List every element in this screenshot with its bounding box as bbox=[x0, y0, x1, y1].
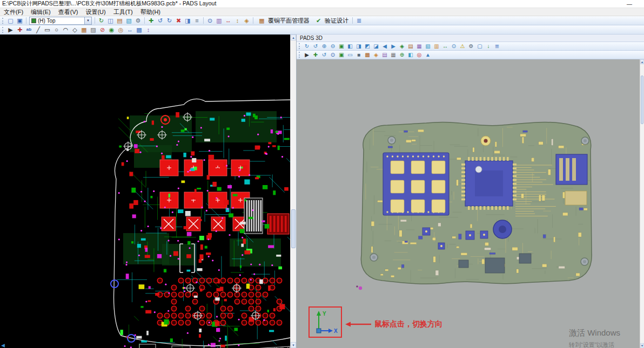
background-toggle-icon[interactable]: ◧ bbox=[406, 51, 415, 59]
grid-3d-icon[interactable]: ▦ bbox=[389, 51, 398, 59]
scroll-up-icon[interactable]: ▲ bbox=[640, 59, 644, 64]
verify-design-button[interactable]: ✔ 验证设计 bbox=[312, 17, 351, 25]
layer-dropdown[interactable]: (H) Top ▾ bbox=[29, 17, 92, 25]
properties-icon[interactable]: ≡ bbox=[192, 17, 202, 25]
new-file-icon[interactable]: ▢ bbox=[6, 17, 15, 25]
zoom-fit-icon[interactable]: ▣ bbox=[337, 43, 346, 50]
scrollbar-thumb[interactable] bbox=[641, 76, 643, 124]
scroll-up-icon[interactable]: ▲ bbox=[291, 35, 296, 40]
transparency-icon[interactable]: ▧ bbox=[424, 43, 432, 50]
settings-3d-gear-icon[interactable]: ⚙ bbox=[467, 43, 475, 50]
home-view-icon[interactable]: ▲ bbox=[424, 51, 432, 59]
undo-icon[interactable]: ↺ bbox=[156, 17, 165, 25]
zoom-in-icon[interactable]: ⊕ bbox=[320, 43, 328, 50]
menu-item-5[interactable]: 帮助(H) bbox=[137, 8, 164, 16]
scrollbar-track[interactable] bbox=[640, 64, 644, 343]
zoom-out-icon[interactable]: ⊖ bbox=[328, 43, 337, 50]
pan-3d-icon[interactable]: ✚ bbox=[311, 51, 320, 59]
spin-view-icon[interactable]: ↺ bbox=[311, 43, 320, 50]
measure-icon[interactable]: ↔ bbox=[125, 26, 135, 34]
drafting-cross-icon[interactable]: ✚ bbox=[15, 26, 24, 34]
arc-tool-icon[interactable]: ◠ bbox=[61, 26, 70, 34]
toolbar-grip[interactable] bbox=[299, 52, 300, 58]
view-right-icon[interactable]: ▶ bbox=[389, 43, 398, 50]
line-tool-icon[interactable]: ╱ bbox=[33, 26, 43, 34]
select-3d-icon[interactable]: ▶ bbox=[303, 51, 311, 59]
menu-item-2[interactable]: 查看(V) bbox=[55, 8, 82, 16]
view-back-icon[interactable]: ◨ bbox=[354, 43, 363, 50]
view-front-icon[interactable]: ◧ bbox=[346, 43, 354, 50]
warning-icon[interactable]: ⚠ bbox=[458, 43, 467, 50]
redo-icon[interactable]: ↻ bbox=[165, 17, 174, 25]
rotate-view-icon[interactable]: ↻ bbox=[303, 43, 311, 50]
menu-item-3[interactable]: 设置(U) bbox=[82, 8, 109, 16]
vertical-scrollbar-3d[interactable]: ▲ ▼ bbox=[640, 59, 644, 348]
fit-3d-icon[interactable]: ▣ bbox=[337, 51, 346, 59]
wireframe-icon[interactable]: ▭ bbox=[346, 51, 354, 59]
measure-3d-icon[interactable]: ↔ bbox=[441, 43, 450, 50]
hatch-pour-icon[interactable]: ▨ bbox=[89, 26, 98, 34]
toolbar-grip[interactable] bbox=[2, 18, 4, 24]
eco-mode-icon[interactable]: ◈ bbox=[242, 17, 251, 25]
menu-item-0[interactable]: 文件(F) bbox=[0, 8, 27, 16]
show-board-icon[interactable]: ▤ bbox=[406, 43, 415, 50]
design-toolbar-icon[interactable]: ▤ bbox=[115, 17, 124, 25]
pcb-3d-viewport[interactable]: Y X 鼠标点击，切换方向 bbox=[297, 59, 640, 348]
options-gear-icon[interactable]: ⚙ bbox=[133, 17, 143, 25]
solid-mode-icon[interactable]: ■ bbox=[354, 51, 363, 59]
snap-toggle-icon[interactable]: ◎ bbox=[415, 51, 424, 59]
board-fit-icon[interactable]: ▥ bbox=[214, 17, 224, 25]
delete-icon[interactable]: ✖ bbox=[174, 17, 183, 25]
explode-view-icon[interactable]: ◈ bbox=[372, 51, 380, 59]
view-left-icon[interactable]: ◀ bbox=[380, 43, 389, 50]
menu-item-4[interactable]: 工具(T) bbox=[110, 8, 137, 16]
select-arrow-icon[interactable]: ▶ bbox=[6, 26, 15, 34]
minimize-button[interactable]: — bbox=[623, 1, 635, 7]
photo-view-icon[interactable]: ▧ bbox=[124, 17, 133, 25]
toolbar-grip[interactable] bbox=[2, 27, 4, 33]
layer-stack-icon[interactable]: ▤ bbox=[380, 51, 389, 59]
redraw-icon[interactable]: ↻ bbox=[97, 17, 106, 25]
axes-toggle-icon[interactable]: ⊕ bbox=[398, 51, 406, 59]
route-mode-icon[interactable]: ↔ bbox=[224, 17, 233, 25]
window-cascade-icon[interactable]: ◫ bbox=[106, 17, 115, 25]
array-tool-icon[interactable]: ▩ bbox=[135, 26, 144, 34]
scroll-left-icon[interactable]: ◀ bbox=[1, 343, 5, 348]
menu-item-1[interactable]: 编辑(E) bbox=[27, 8, 55, 16]
scrollbar-thumb[interactable] bbox=[291, 209, 296, 248]
text-label-icon[interactable]: ab bbox=[24, 26, 33, 34]
show-components-icon[interactable]: ▦ bbox=[415, 43, 424, 50]
help-3d-icon[interactable]: ≣ bbox=[493, 43, 501, 50]
polygon-tool-icon[interactable]: ◇ bbox=[70, 26, 79, 34]
probe-icon[interactable]: ⊙ bbox=[450, 43, 458, 50]
jumper-tool-icon[interactable]: ◎ bbox=[116, 26, 125, 34]
view-top-icon[interactable]: ◩ bbox=[363, 43, 372, 50]
help-topics-icon[interactable]: ≣ bbox=[354, 17, 364, 25]
axis-indicator[interactable]: Y X bbox=[310, 308, 340, 336]
toolbar-grip[interactable] bbox=[299, 43, 300, 49]
dim-leader-icon[interactable]: ↕ bbox=[144, 26, 153, 34]
pcb-2d-canvas[interactable]: ◀ bbox=[0, 35, 290, 348]
snapshot-icon[interactable]: ▢ bbox=[475, 43, 484, 50]
zoom-icon[interactable]: ⊙ bbox=[205, 17, 214, 25]
move-icon[interactable]: ✚ bbox=[146, 17, 156, 25]
view-bottom-icon[interactable]: ◪ bbox=[372, 43, 380, 50]
copper-plane-manager-button[interactable]: ▦ 覆铜平面管理器 bbox=[255, 17, 312, 25]
chevron-down-icon[interactable]: ▾ bbox=[84, 17, 91, 24]
view-iso-icon[interactable]: ◈ bbox=[398, 43, 406, 50]
rectangle-tool-icon[interactable]: ▭ bbox=[43, 26, 52, 34]
save-icon[interactable]: ▣ bbox=[15, 17, 24, 25]
scroll-down-icon[interactable]: ▼ bbox=[291, 342, 296, 348]
circle-tool-icon[interactable]: ○ bbox=[52, 26, 61, 34]
copper-pour-icon[interactable]: ▦ bbox=[79, 26, 89, 34]
zoom-3d-icon[interactable]: ⊙ bbox=[328, 51, 337, 59]
dimension-icon[interactable]: ↕ bbox=[233, 17, 242, 25]
copy-icon[interactable]: ◨ bbox=[183, 17, 192, 25]
realistic-mode-icon[interactable]: ▩ bbox=[363, 51, 372, 59]
keepout-icon[interactable]: ⊘ bbox=[98, 26, 107, 34]
export-3d-icon[interactable]: ↓ bbox=[484, 43, 493, 50]
vertical-scrollbar-2d[interactable]: ▲ ▼ bbox=[290, 35, 296, 348]
cross-section-icon[interactable]: ▥ bbox=[432, 43, 441, 50]
scroll-down-icon[interactable]: ▼ bbox=[640, 343, 644, 348]
scrollbar-track[interactable] bbox=[291, 40, 296, 342]
